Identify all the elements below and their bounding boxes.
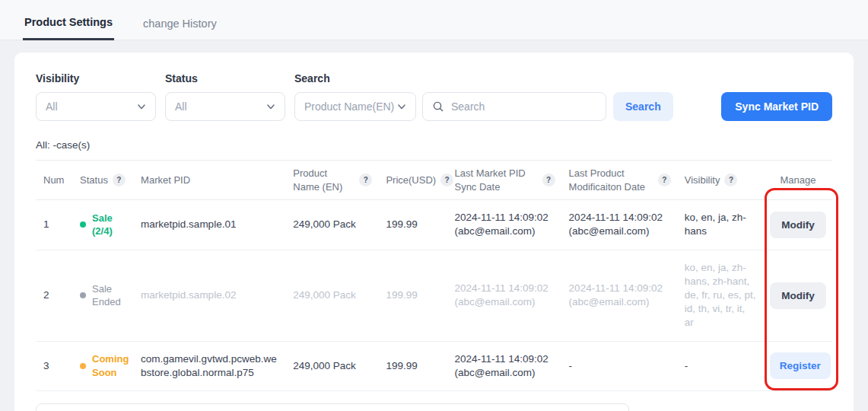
row-visibility: ko, en, ja, zh-hans [677, 200, 762, 250]
chevron-down-icon [266, 102, 275, 111]
row-num: 1 [36, 200, 72, 250]
row-num: 2 [36, 250, 72, 341]
modify-button[interactable]: Modify [770, 212, 826, 238]
row-mod-date: - [561, 341, 677, 390]
column-header-visibility: Visibility? [677, 161, 762, 200]
chevron-down-icon [137, 102, 146, 111]
search-filter-group: Search Product Name(EN) Search [294, 72, 673, 121]
table-row[interactable]: 3 ComingSoon com.gamevil.gvtwd.pcweb.web… [36, 341, 832, 390]
sync-market-pid-button[interactable]: Sync Market PID [721, 92, 832, 121]
modify-button[interactable]: Modify [770, 282, 826, 309]
tab-change-history[interactable]: change History [141, 6, 218, 40]
status-select-value: All [175, 100, 187, 113]
drag-drop-note: Change the table item order by dragging … [36, 403, 629, 411]
product-table: Num Status? Market PID Product Name (EN)… [36, 160, 832, 391]
row-manage: Modify [762, 200, 832, 250]
row-mod-date: 2024-11-11 14:09:02(abc@email.com) [561, 250, 677, 341]
search-button[interactable]: Search [613, 92, 673, 121]
row-manage: Modify [762, 250, 832, 341]
row-mod-date: 2024-11-11 14:09:02(abc@email.com) [561, 200, 677, 250]
search-icon [432, 100, 444, 113]
row-manage: Register [762, 341, 832, 390]
row-sync-date: 2024-11-11 14:09:02(abc@email.com) [447, 341, 561, 390]
search-filter-label: Search [294, 72, 673, 84]
column-header-manage: Manage [762, 161, 832, 200]
row-product-name: 249,000 Pack [285, 341, 378, 390]
search-input-wrapper [422, 92, 606, 121]
table-header-row: Num Status? Market PID Product Name (EN)… [36, 161, 832, 200]
tab-bar: Product Settings change History [0, 0, 868, 40]
visibility-select[interactable]: All [36, 92, 156, 121]
filter-bar: Visibility All Status All Search Product [36, 72, 832, 121]
search-type-select[interactable]: Product Name(EN) [294, 92, 416, 121]
case-count-summary: All: -case(s) [36, 139, 832, 151]
chevron-down-icon [397, 102, 406, 111]
row-sync-date: 2024-11-11 14:09:02(abc@email.com) [447, 200, 561, 250]
status-dot-icon [80, 363, 86, 369]
status-dot-icon [80, 221, 86, 228]
row-status: Sale Ended [72, 250, 133, 341]
column-header-sync-date: Last Market PID Sync Date? [447, 161, 561, 200]
row-market-pid: marketpid.sample.02 [133, 250, 285, 341]
register-button[interactable]: Register [770, 352, 831, 379]
table-row[interactable]: 2 Sale Ended marketpid.sample.02 249,000… [36, 250, 832, 341]
search-controls: Product Name(EN) Search [294, 92, 673, 121]
row-product-name: 249,000 Pack [285, 250, 378, 341]
row-market-pid: com.gamevil.gvtwd.pcweb.webstore.global.… [133, 341, 285, 390]
column-header-price: Price(USD)? [378, 161, 447, 200]
column-header-product-name: Product Name (EN)? [285, 161, 378, 200]
column-header-market-pid: Market PID [133, 161, 285, 200]
product-table-wrapper: Num Status? Market PID Product Name (EN)… [36, 160, 832, 391]
row-status: ComingSoon [72, 341, 133, 390]
visibility-select-value: All [46, 100, 58, 113]
row-sync-date: 2024-11-11 14:09:02(abc@email.com) [447, 250, 561, 341]
row-product-name: 249,000 Pack [285, 200, 378, 250]
visibility-filter-label: Visibility [36, 72, 156, 84]
table-row[interactable]: 1 Sale(2/4) marketpid.sample.01 249,000 … [36, 200, 832, 250]
column-header-status: Status? [72, 161, 133, 200]
help-icon[interactable]: ? [359, 174, 372, 186]
tab-product-settings[interactable]: Product Settings [23, 5, 114, 40]
product-settings-panel: Visibility All Status All Search Product [14, 53, 854, 411]
row-price: 199.99 [378, 341, 447, 390]
help-icon[interactable]: ? [542, 174, 555, 186]
row-num: 3 [36, 341, 72, 390]
search-type-select-value: Product Name(EN) [304, 100, 394, 113]
status-filter-group: Status All [165, 72, 285, 121]
row-price: 199.99 [378, 250, 447, 341]
column-header-mod-date: Last Product Modificaiton Date? [561, 161, 677, 200]
status-select[interactable]: All [165, 92, 285, 121]
help-icon[interactable]: ? [658, 174, 671, 186]
row-status: Sale(2/4) [72, 200, 133, 250]
search-input[interactable] [451, 100, 596, 113]
column-header-num: Num [36, 161, 72, 200]
visibility-filter-group: Visibility All [36, 72, 156, 121]
status-dot-icon [80, 292, 86, 298]
status-filter-label: Status [165, 72, 285, 84]
help-icon[interactable]: ? [113, 174, 126, 186]
row-visibility: ko, en, ja, zh-hans, zh-hant, de, fr, ru… [677, 250, 762, 341]
row-visibility: - [677, 341, 762, 390]
help-icon[interactable]: ? [724, 174, 737, 186]
row-market-pid: marketpid.sample.01 [133, 200, 285, 250]
row-price: 199.99 [378, 200, 447, 250]
